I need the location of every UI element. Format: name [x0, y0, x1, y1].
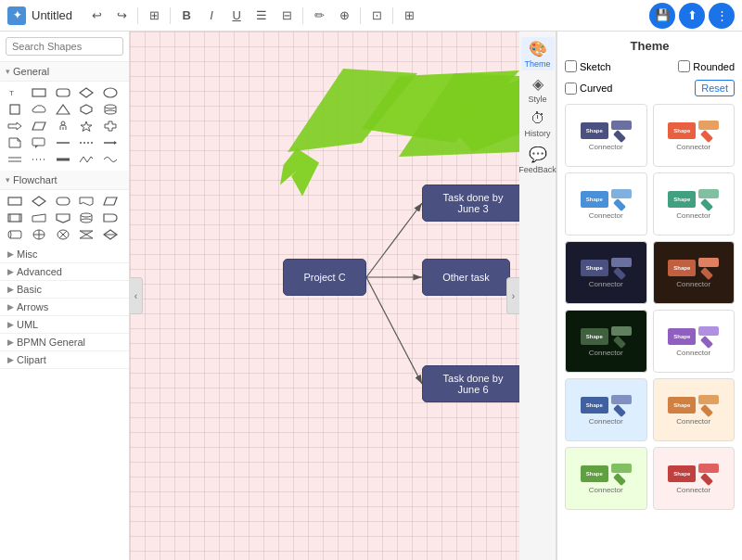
draw-button[interactable]: ✏	[308, 5, 330, 27]
save-button[interactable]: 💾	[649, 3, 675, 29]
rect-shape[interactable]	[30, 85, 48, 100]
side-icon-feedback[interactable]: 💬 FeedBack	[521, 143, 555, 176]
person-shape[interactable]	[54, 119, 72, 134]
cat-basic[interactable]: ▶ Basic	[0, 281, 129, 299]
align-button[interactable]: ⊟	[275, 5, 298, 27]
more-button[interactable]: ⋮	[709, 3, 735, 29]
redo-button[interactable]: ↪	[110, 5, 133, 27]
theme-card-3[interactable]: Shape Connector	[565, 172, 647, 235]
offpage-shape[interactable]	[54, 210, 72, 225]
arrow-right-shape[interactable]	[6, 119, 24, 134]
double-line-shape[interactable]	[6, 152, 24, 167]
or-shape[interactable]	[30, 227, 48, 242]
theme-card-10[interactable]: Shape Connector	[653, 378, 736, 441]
connect-button[interactable]: ⊕	[333, 5, 355, 27]
theme-option-sketch[interactable]: Sketch	[565, 60, 611, 72]
process-shape[interactable]	[6, 194, 24, 209]
cat-uml[interactable]: ▶ UML	[0, 316, 129, 334]
cat-advanced[interactable]: ▶ Advanced	[0, 263, 129, 281]
sketch-checkbox[interactable]	[565, 60, 577, 72]
svg-line-51	[366, 277, 422, 384]
theme-reset-button[interactable]: Reset	[695, 80, 735, 96]
category-general[interactable]: ▾ General	[0, 62, 129, 82]
terminal-shape[interactable]	[54, 194, 72, 209]
canvas-area[interactable]: ‹ ›	[130, 32, 519, 560]
rounded-rect-shape[interactable]	[54, 85, 72, 100]
collapse-right-btn[interactable]: ›	[506, 277, 519, 314]
collapse-left-btn[interactable]: ‹	[130, 277, 143, 314]
triangle-shape[interactable]	[54, 102, 72, 117]
rounded-checkbox[interactable]	[678, 60, 690, 72]
curved-checkbox[interactable]	[565, 83, 577, 95]
theme-card-11[interactable]: Shape Connector	[565, 447, 647, 510]
underline-button[interactable]: U	[225, 5, 248, 27]
theme-option-rounded[interactable]: Rounded	[678, 60, 735, 72]
theme-card-4[interactable]: Shape Connector	[653, 172, 736, 235]
bold-button[interactable]: B	[175, 5, 198, 27]
node-task-june6[interactable]: Task done by June 6	[422, 365, 519, 402]
svg-marker-57	[288, 69, 417, 152]
undo-button[interactable]: ↩	[85, 5, 108, 27]
theme-card-5[interactable]: Shape Connector	[565, 241, 647, 304]
cat-clipart[interactable]: ▶ Clipart	[0, 351, 129, 369]
decision-shape[interactable]	[30, 194, 48, 209]
side-icon-style[interactable]: ◈ Style	[521, 72, 555, 106]
curved-line-shape[interactable]	[101, 152, 120, 167]
thick-line-shape[interactable]	[54, 152, 72, 167]
zig-line-shape[interactable]	[77, 152, 96, 167]
theme-card-12[interactable]: Shape Connector	[653, 447, 736, 510]
ellipse-shape[interactable]	[101, 85, 120, 100]
star-shape[interactable]	[77, 119, 96, 134]
cross-shape[interactable]	[101, 119, 120, 134]
side-icon-history[interactable]: ⏱ History	[521, 108, 555, 141]
node-other-task[interactable]: Other task	[422, 259, 510, 296]
cylinder-shape[interactable]	[101, 102, 120, 117]
summing-junction-shape[interactable]	[54, 227, 72, 242]
text-shape[interactable]: T	[6, 85, 24, 100]
search-input[interactable]	[6, 37, 123, 56]
insert-button[interactable]: ⊞	[143, 5, 165, 27]
data-shape[interactable]	[101, 194, 120, 209]
cat-misc[interactable]: ▶ Misc	[0, 246, 129, 263]
manual-input-shape[interactable]	[30, 210, 48, 225]
category-flowchart[interactable]: ▾ Flowchart	[0, 171, 129, 190]
italic-button[interactable]: I	[200, 5, 223, 27]
theme-card-1[interactable]: Shape Connector	[565, 104, 647, 167]
hexagon-shape[interactable]	[77, 102, 96, 117]
database-shape[interactable]	[77, 210, 96, 225]
note-shape[interactable]	[6, 135, 24, 150]
diamond-shape[interactable]	[77, 85, 96, 100]
side-icon-theme[interactable]: 🎨 Theme	[521, 37, 555, 70]
collate-shape[interactable]	[77, 227, 96, 242]
dotted-line-shape[interactable]	[30, 152, 48, 167]
cat-arrows[interactable]: ▶ Arrows	[0, 299, 129, 316]
theme-card-9[interactable]: Shape Connector	[565, 378, 647, 441]
dashed-line-shape[interactable]	[77, 135, 96, 150]
theme-option-curved[interactable]: Curved	[565, 83, 612, 95]
delay-shape[interactable]	[101, 210, 120, 225]
predefined-process-shape[interactable]	[6, 210, 24, 225]
theme-card-8[interactable]: Shape Connector	[653, 310, 736, 373]
line-shape[interactable]	[54, 135, 72, 150]
list-button[interactable]: ☰	[250, 5, 273, 27]
square-shape[interactable]	[6, 102, 24, 117]
node-task-june3[interactable]: Task done by June 3	[422, 185, 519, 222]
sort-shape[interactable]	[101, 227, 120, 242]
cloud-shape[interactable]	[30, 102, 48, 117]
parallelogram-shape[interactable]	[30, 119, 48, 134]
theme-card-3-label: Connector	[589, 211, 623, 220]
copy-button[interactable]: ⊡	[365, 5, 388, 27]
cat-bpmn[interactable]: ▶ BPMN General	[0, 334, 129, 351]
theme-card-6[interactable]: Shape Connector	[653, 241, 736, 304]
theme-card-7[interactable]: Shape Connector	[565, 310, 647, 373]
table-button[interactable]: ⊞	[398, 5, 420, 27]
stored-data-shape[interactable]	[6, 227, 24, 242]
diagram-canvas[interactable]: Project C Task done by June 3 Other task…	[130, 32, 519, 560]
document-shape[interactable]	[77, 194, 96, 209]
svg-marker-12	[8, 122, 21, 130]
callout-shape[interactable]	[30, 135, 48, 150]
share-button[interactable]: ⬆	[679, 3, 705, 29]
node-project-c[interactable]: Project C	[283, 259, 366, 296]
arrow-line-shape[interactable]	[101, 135, 120, 150]
theme-card-2[interactable]: Shape Connector	[653, 104, 736, 167]
